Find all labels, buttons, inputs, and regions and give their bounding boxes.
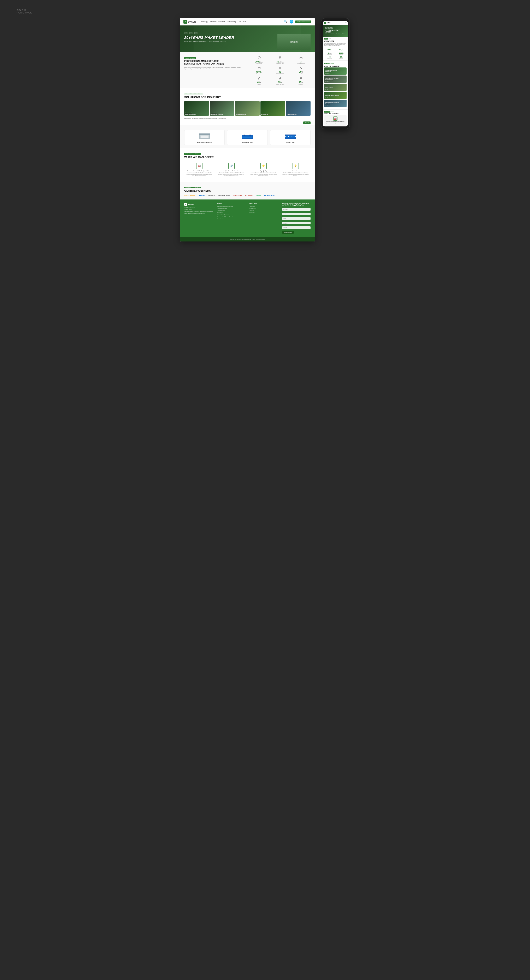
industry-card-food[interactable]: E-Commerce: [260, 101, 285, 116]
sol-link-2[interactable]: Automation Containers: [217, 208, 246, 210]
sol-link-6[interactable]: Pharmaceutical & Chemical Industry: [217, 216, 246, 218]
mob-card-retail[interactable]: Retail Industry Read More ›: [324, 84, 346, 91]
hero-building-image: [278, 34, 311, 50]
mob-complete-desc: Logistics Packaging Is The One-Stop-Shop…: [326, 123, 345, 124]
sol-link-1[interactable]: Warehouse Automation Integration: [217, 205, 246, 208]
ql-sustainability[interactable]: Sustainability: [249, 208, 278, 210]
mob-stat-area: 4000㎡ Factory Area: [336, 52, 346, 55]
offer-section: WHY CHOOSE DASEN WHAT WE CAN OFFER 🏭 Com…: [180, 148, 314, 181]
hamburger-icon[interactable]: ☰: [345, 22, 346, 24]
form-company[interactable]: [282, 222, 311, 224]
view-all-button[interactable]: View All: [303, 121, 311, 124]
automotive-label: Automotive &Advanced Manufacturing: [211, 112, 223, 115]
nav-about[interactable]: About Us ▾: [238, 21, 246, 22]
partners-title: GLOBAL PARTNERS: [184, 189, 311, 192]
innovation-title: Innovation: [282, 170, 309, 172]
footer-form: Send Message: [282, 207, 311, 234]
stat-label-production: Production Base: [291, 63, 311, 64]
form-phone[interactable]: [282, 217, 311, 220]
svg-rect-7: [279, 67, 281, 68]
trays-name: Automation Trays: [229, 142, 266, 143]
mob-food-read-more: Read More ›: [326, 97, 329, 98]
footer-address: Songgang Building, No 6 South Tiancheng …: [184, 211, 213, 215]
nav-products[interactable]: Products & Solutions ▾: [210, 21, 225, 22]
industry-cards: Warehouse &Logistics Automation Automoti…: [184, 101, 311, 116]
mob-bottom-dasen: DASEN: [331, 111, 334, 112]
sol-link-7[interactable]: Customized Solutions: [217, 218, 246, 220]
packaging-icon: 🏭: [196, 163, 203, 169]
stat-patent: 40项 Patent: [249, 76, 269, 85]
product-card-pallet[interactable]: Plastic Pallet: [270, 130, 311, 145]
mob-card-pharma[interactable]: Pharmaceutical & ChemicalIndustry Read M…: [324, 100, 346, 107]
mob-tag-dasen: DASEN: [329, 38, 331, 39]
partner-vanderlande: VANDERLANDE: [218, 195, 230, 196]
svg-rect-6: [258, 67, 260, 69]
mob-stat-num-1: 2002Year: [324, 48, 335, 51]
industry-section: INDUSTRY APPLICATION SOLUTIONS FOR INDUS…: [180, 88, 314, 125]
footer-bottom: Copyright 2024 DASEN ALL Rights Reserved…: [180, 237, 314, 242]
products-section: Automation Containers Automation Trays: [180, 125, 314, 148]
industry-card-automotive[interactable]: Automotive &Advanced Manufacturing: [210, 101, 235, 116]
industry-card-warehouse[interactable]: Warehouse &Logistics Automation: [184, 101, 209, 116]
mob-iso-1: ISO: [325, 27, 327, 29]
product-card-trays[interactable]: Automation Trays: [227, 130, 268, 145]
desktop-site: D DASEN Technology Products & Solutions …: [180, 18, 314, 242]
mob-stat-num-5: 45: [324, 56, 335, 58]
offer-title: WHAT WE CAN OFFER: [184, 156, 311, 159]
stats-grid: 2002Year Established 30million Registere…: [249, 56, 311, 85]
partner-daifuku: DAIFUKU: [198, 195, 205, 196]
mobile-offer-title: WHAT WE CAN OFFER: [323, 65, 348, 67]
sol-link-4[interactable]: Plastic Pallet: [217, 212, 246, 214]
stat-factory-area: 4000㎡ Factory Area: [249, 66, 269, 75]
mobile-iso: ISO ISO ISO: [325, 27, 346, 29]
footer-contact: info@dasenplastic.com 0: 400 018 8552 So…: [184, 207, 213, 215]
footer-email: info@dasenplastic.com: [184, 207, 213, 209]
ql-contact[interactable]: Contact Us: [249, 212, 278, 214]
stat-num-capital: 30million: [270, 60, 290, 63]
partner-honeywell: Honeywell: [245, 195, 253, 196]
search-icon[interactable]: 🔍: [284, 20, 288, 24]
form-name[interactable]: [282, 208, 311, 211]
nav-technology[interactable]: Technology: [201, 21, 208, 22]
mob-card-food[interactable]: Food And Food Processing Read More ›: [324, 92, 346, 99]
submit-button[interactable]: Send Message: [282, 231, 294, 234]
ql-about[interactable]: About Us: [249, 210, 278, 212]
logo-icon: D: [184, 20, 187, 24]
sol-link-5[interactable]: Food And Food Processing: [217, 214, 246, 216]
footer-form-col: Fill All Information Details To Consult …: [282, 203, 311, 234]
mobile-phone: D DASEN ☰ ISO ISO ISO 20+YEARS MAKET LEA…: [321, 18, 350, 129]
product-card-containers[interactable]: Automation Containers: [184, 130, 225, 145]
sol-link-3[interactable]: Automation Trays: [217, 210, 246, 212]
stat-num-patent: 40项: [249, 81, 269, 84]
stat-capital: 30million Registered Capital: [270, 56, 290, 64]
mob-stat-num-2: 30million: [336, 48, 346, 51]
quality-desc: At Logistic Packaging We Are Committed T…: [250, 172, 277, 177]
svg-rect-19: [249, 135, 251, 135]
offer-cards: 🏭 Complete Industrial Packaging Solution…: [184, 161, 311, 178]
mob-stat-capital: 30million Registered Capital: [336, 48, 346, 51]
mob-stat-label-3: Production Base: [324, 54, 335, 55]
mob-stat-num-4: 4000㎡: [336, 52, 346, 54]
mob-card-warehouse[interactable]: Warehouse AutomationIntegration Read Mor…: [324, 67, 346, 75]
mobile-stats: 2002Year Established 30million Registere…: [323, 48, 348, 60]
mob-warehouse-read-more: Read More ›: [326, 73, 329, 74]
form-email[interactable]: [282, 213, 311, 215]
industry-card-pharma[interactable]: Pharma & Chemical: [286, 101, 311, 116]
nav-actions: 🔍 🌐 info@dasenplastic.com: [284, 20, 311, 24]
mob-stat-num-6: 20万: [336, 56, 346, 58]
quality-title: High Quality: [250, 170, 277, 172]
form-message[interactable]: [282, 226, 311, 229]
industry-card-retail[interactable]: Retail & E-Shopping: [235, 101, 260, 116]
mob-stat-label-5: Injection Holding: [324, 58, 335, 59]
page-label: 首页界面 HOME PAGE: [17, 8, 32, 14]
containers-image: [186, 132, 223, 140]
page-label-cn: 首页界面: [17, 8, 32, 11]
contact-btn[interactable]: info@dasenplastic.com: [295, 21, 311, 23]
mobile-hero: ISO ISO ISO 20+YEARS MAKET LEADER With A…: [323, 25, 348, 37]
nav-sustainability[interactable]: Sustainability: [228, 21, 236, 22]
mob-stat-num-3: 3factory: [324, 52, 335, 54]
mob-card-automotive[interactable]: Automotive and AdvancedManufacturing Rea…: [324, 76, 346, 83]
globe-icon[interactable]: 🌐: [289, 20, 294, 24]
ql-technology[interactable]: Technology: [249, 205, 278, 208]
mob-complete-icon: 🏭: [333, 116, 337, 121]
